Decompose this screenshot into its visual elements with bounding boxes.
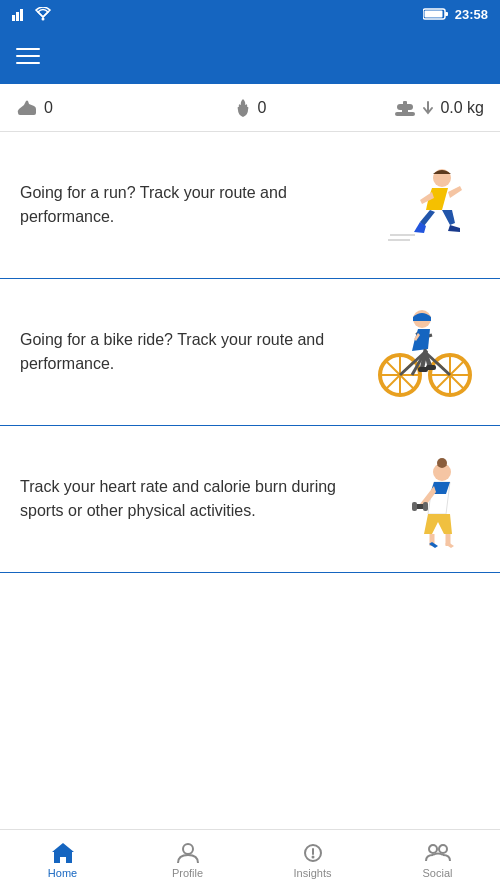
cyclist-svg: [370, 307, 480, 402]
heart-activity-card[interactable]: Track your heart rate and calorie burn d…: [0, 426, 500, 573]
svg-rect-5: [445, 12, 448, 16]
status-bar: 23:58: [0, 0, 500, 28]
svg-point-46: [439, 845, 447, 853]
svg-point-3: [42, 18, 45, 21]
shoe-icon: [16, 99, 38, 117]
svg-point-45: [429, 845, 437, 853]
bike-activity-text: Going for a bike ride? Track your route …: [20, 328, 370, 376]
down-arrow-icon: [422, 101, 434, 115]
steps-value: 0: [44, 99, 53, 117]
calories-value: 0: [258, 99, 267, 117]
weight-stat: 0.0 kg: [328, 99, 484, 117]
svg-rect-38: [423, 502, 428, 511]
clock: 23:58: [455, 7, 488, 22]
home-label: Home: [48, 867, 77, 879]
wifi-icon: [34, 7, 52, 21]
bike-activity-image: [370, 307, 480, 397]
exercise-svg: [370, 454, 480, 554]
battery-icon: [423, 7, 449, 21]
heart-activity-text: Track your heart rate and calorie burn d…: [20, 475, 370, 523]
status-left: [12, 7, 52, 21]
fire-icon: [234, 98, 252, 118]
nav-profile[interactable]: Profile: [125, 830, 250, 889]
svg-point-35: [437, 458, 447, 468]
home-icon: [50, 841, 76, 865]
svg-rect-0: [12, 15, 15, 21]
heart-activity-image: [370, 454, 480, 544]
top-nav: [0, 28, 500, 84]
svg-rect-33: [426, 365, 436, 370]
insights-icon: [300, 841, 326, 865]
svg-rect-10: [403, 101, 407, 105]
insights-label: Insights: [294, 867, 332, 879]
calories-stat: 0: [172, 98, 328, 118]
svg-rect-37: [412, 502, 417, 511]
svg-rect-6: [424, 11, 442, 18]
social-label: Social: [423, 867, 453, 879]
status-right: 23:58: [423, 7, 488, 22]
hamburger-menu[interactable]: [16, 48, 40, 64]
signal-icon: [12, 7, 28, 21]
bottom-nav: Home Profile Insights Social: [0, 829, 500, 889]
run-activity-card[interactable]: Going for a run? Track your route and pe…: [0, 132, 500, 279]
runner-svg: [370, 160, 480, 255]
svg-point-44: [311, 855, 314, 858]
svg-point-41: [183, 844, 193, 854]
run-activity-image: [370, 160, 480, 250]
nav-insights[interactable]: Insights: [250, 830, 375, 889]
svg-rect-1: [16, 12, 19, 21]
stats-bar: 0 0 0.0 kg: [0, 84, 500, 132]
social-icon: [425, 841, 451, 865]
main-content: Going for a run? Track your route and pe…: [0, 132, 500, 829]
svg-rect-2: [20, 9, 23, 21]
run-activity-text: Going for a run? Track your route and pe…: [20, 181, 370, 229]
nav-home[interactable]: Home: [0, 830, 125, 889]
scale-icon: [394, 99, 416, 117]
steps-stat: 0: [16, 99, 172, 117]
profile-icon: [175, 841, 201, 865]
weight-value: 0.0 kg: [440, 99, 484, 117]
nav-social[interactable]: Social: [375, 830, 500, 889]
profile-label: Profile: [172, 867, 203, 879]
bike-activity-card[interactable]: Going for a bike ride? Track your route …: [0, 279, 500, 426]
